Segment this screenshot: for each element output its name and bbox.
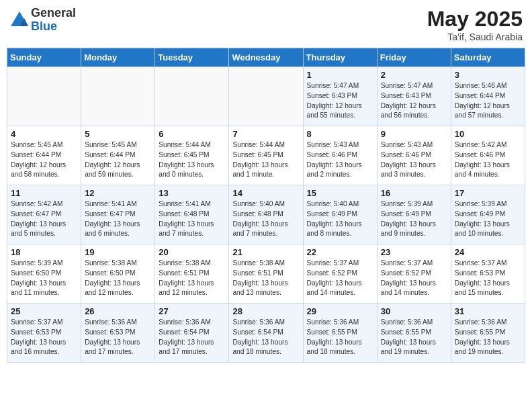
cell-content: Sunrise: 5:41 AMSunset: 6:48 PMDaylight:… — [159, 199, 225, 239]
calendar-cell: 18Sunrise: 5:39 AMSunset: 6:50 PMDayligh… — [7, 244, 81, 304]
calendar-cell: 23Sunrise: 5:37 AMSunset: 6:52 PMDayligh… — [377, 244, 451, 304]
weekday-header-sunday: Sunday — [7, 48, 81, 67]
calendar-cell: 10Sunrise: 5:42 AMSunset: 6:46 PMDayligh… — [451, 126, 525, 185]
cell-content: Sunrise: 5:45 AMSunset: 6:44 PMDaylight:… — [11, 140, 77, 180]
cell-content: Sunrise: 5:39 AMSunset: 6:49 PMDaylight:… — [455, 199, 521, 239]
cell-content: Sunrise: 5:36 AMSunset: 6:53 PMDaylight:… — [85, 318, 151, 357]
calendar-cell: 11Sunrise: 5:42 AMSunset: 6:47 PMDayligh… — [7, 185, 81, 244]
cell-content: Sunrise: 5:45 AMSunset: 6:44 PMDaylight:… — [85, 140, 151, 180]
cell-content: Sunrise: 5:36 AMSunset: 6:55 PMDaylight:… — [381, 318, 447, 357]
cell-content: Sunrise: 5:40 AMSunset: 6:49 PMDaylight:… — [307, 199, 373, 239]
day-number: 9 — [381, 129, 447, 139]
cell-content: Sunrise: 5:39 AMSunset: 6:50 PMDaylight:… — [11, 259, 77, 298]
day-number: 17 — [455, 188, 521, 198]
logo-icon — [9, 10, 30, 30]
calendar-cell: 16Sunrise: 5:39 AMSunset: 6:49 PMDayligh… — [377, 185, 451, 244]
cell-content: Sunrise: 5:36 AMSunset: 6:54 PMDaylight:… — [232, 318, 299, 357]
weekday-header-monday: Monday — [81, 48, 155, 67]
calendar-cell: 3Sunrise: 5:46 AMSunset: 6:44 PMDaylight… — [451, 67, 525, 126]
day-number: 7 — [232, 129, 299, 139]
calendar-cell: 19Sunrise: 5:38 AMSunset: 6:50 PMDayligh… — [81, 244, 155, 304]
day-number: 25 — [11, 306, 77, 316]
day-number: 11 — [11, 188, 77, 198]
day-number: 1 — [307, 70, 373, 80]
cell-content: Sunrise: 5:37 AMSunset: 6:52 PMDaylight:… — [307, 259, 373, 298]
cell-content: Sunrise: 5:37 AMSunset: 6:53 PMDaylight:… — [455, 259, 521, 298]
calendar-cell: 14Sunrise: 5:40 AMSunset: 6:48 PMDayligh… — [229, 185, 303, 244]
day-number: 5 — [85, 129, 151, 139]
day-number: 23 — [381, 247, 447, 257]
calendar-cell: 22Sunrise: 5:37 AMSunset: 6:52 PMDayligh… — [303, 244, 377, 304]
week-row-2: 4Sunrise: 5:45 AMSunset: 6:44 PMDaylight… — [7, 126, 525, 185]
logo-general: General — [31, 7, 76, 20]
calendar-cell: 1Sunrise: 5:47 AMSunset: 6:43 PMDaylight… — [303, 67, 377, 126]
weekday-header-row: SundayMondayTuesdayWednesdayThursdayFrid… — [7, 48, 525, 67]
cell-content: Sunrise: 5:38 AMSunset: 6:51 PMDaylight:… — [159, 259, 225, 298]
calendar-table: SundayMondayTuesdayWednesdayThursdayFrid… — [7, 48, 525, 363]
day-number: 16 — [381, 188, 447, 198]
weekday-header-tuesday: Tuesday — [155, 48, 229, 67]
calendar-cell: 6Sunrise: 5:44 AMSunset: 6:45 PMDaylight… — [155, 126, 229, 185]
page-header: General Blue May 2025 Ta'if, Saudi Arabi… — [7, 7, 525, 42]
cell-content: Sunrise: 5:46 AMSunset: 6:44 PMDaylight:… — [455, 81, 521, 121]
location-subtitle: Ta'if, Saudi Arabia — [427, 32, 523, 42]
day-number: 3 — [455, 70, 521, 80]
calendar-cell: 30Sunrise: 5:36 AMSunset: 6:55 PMDayligh… — [377, 304, 451, 363]
cell-content: Sunrise: 5:38 AMSunset: 6:51 PMDaylight:… — [232, 259, 299, 298]
day-number: 29 — [307, 306, 373, 316]
weekday-header-friday: Friday — [377, 48, 451, 67]
calendar-cell: 2Sunrise: 5:47 AMSunset: 6:43 PMDaylight… — [377, 67, 451, 126]
cell-content: Sunrise: 5:36 AMSunset: 6:55 PMDaylight:… — [307, 318, 373, 357]
day-number: 27 — [159, 306, 225, 316]
calendar-cell — [7, 67, 81, 126]
day-number: 24 — [455, 247, 521, 257]
cell-content: Sunrise: 5:40 AMSunset: 6:48 PMDaylight:… — [232, 199, 299, 239]
weekday-header-wednesday: Wednesday — [229, 48, 303, 67]
cell-content: Sunrise: 5:38 AMSunset: 6:50 PMDaylight:… — [85, 259, 151, 298]
cell-content: Sunrise: 5:39 AMSunset: 6:49 PMDaylight:… — [381, 199, 447, 239]
week-row-1: 1Sunrise: 5:47 AMSunset: 6:43 PMDaylight… — [7, 67, 525, 126]
day-number: 2 — [381, 70, 447, 80]
day-number: 12 — [85, 188, 151, 198]
day-number: 13 — [159, 188, 225, 198]
day-number: 19 — [85, 247, 151, 257]
weekday-header-thursday: Thursday — [303, 48, 377, 67]
month-year-title: May 2025 — [427, 7, 523, 32]
calendar-cell: 4Sunrise: 5:45 AMSunset: 6:44 PMDaylight… — [7, 126, 81, 185]
cell-content: Sunrise: 5:44 AMSunset: 6:45 PMDaylight:… — [159, 140, 225, 180]
day-number: 31 — [455, 306, 521, 316]
day-number: 10 — [455, 129, 521, 139]
day-number: 26 — [85, 306, 151, 316]
cell-content: Sunrise: 5:47 AMSunset: 6:43 PMDaylight:… — [307, 81, 373, 121]
cell-content: Sunrise: 5:43 AMSunset: 6:46 PMDaylight:… — [381, 140, 447, 180]
calendar-cell: 26Sunrise: 5:36 AMSunset: 6:53 PMDayligh… — [81, 304, 155, 363]
calendar-cell: 28Sunrise: 5:36 AMSunset: 6:54 PMDayligh… — [229, 304, 303, 363]
day-number: 6 — [159, 129, 225, 139]
cell-content: Sunrise: 5:43 AMSunset: 6:46 PMDaylight:… — [307, 140, 373, 180]
calendar-cell: 15Sunrise: 5:40 AMSunset: 6:49 PMDayligh… — [303, 185, 377, 244]
cell-content: Sunrise: 5:37 AMSunset: 6:52 PMDaylight:… — [381, 259, 447, 298]
logo: General Blue — [9, 7, 76, 34]
calendar-cell: 7Sunrise: 5:44 AMSunset: 6:45 PMDaylight… — [229, 126, 303, 185]
week-row-3: 11Sunrise: 5:42 AMSunset: 6:47 PMDayligh… — [7, 185, 525, 244]
calendar-cell: 9Sunrise: 5:43 AMSunset: 6:46 PMDaylight… — [377, 126, 451, 185]
day-number: 28 — [232, 306, 299, 316]
calendar-cell: 27Sunrise: 5:36 AMSunset: 6:54 PMDayligh… — [155, 304, 229, 363]
weekday-header-saturday: Saturday — [451, 48, 525, 67]
calendar-cell: 8Sunrise: 5:43 AMSunset: 6:46 PMDaylight… — [303, 126, 377, 185]
day-number: 15 — [307, 188, 373, 198]
day-number: 21 — [232, 247, 299, 257]
calendar-cell: 24Sunrise: 5:37 AMSunset: 6:53 PMDayligh… — [451, 244, 525, 304]
day-number: 20 — [159, 247, 225, 257]
calendar-cell: 31Sunrise: 5:36 AMSunset: 6:55 PMDayligh… — [451, 304, 525, 363]
calendar-cell: 12Sunrise: 5:41 AMSunset: 6:47 PMDayligh… — [81, 185, 155, 244]
day-number: 18 — [11, 247, 77, 257]
day-number: 30 — [381, 306, 447, 316]
calendar-cell — [81, 67, 155, 126]
cell-content: Sunrise: 5:47 AMSunset: 6:43 PMDaylight:… — [381, 81, 447, 121]
calendar-cell: 5Sunrise: 5:45 AMSunset: 6:44 PMDaylight… — [81, 126, 155, 185]
cell-content: Sunrise: 5:36 AMSunset: 6:55 PMDaylight:… — [455, 318, 521, 357]
calendar-cell: 25Sunrise: 5:37 AMSunset: 6:53 PMDayligh… — [7, 304, 81, 363]
week-row-4: 18Sunrise: 5:39 AMSunset: 6:50 PMDayligh… — [7, 244, 525, 304]
cell-content: Sunrise: 5:37 AMSunset: 6:53 PMDaylight:… — [11, 318, 77, 357]
